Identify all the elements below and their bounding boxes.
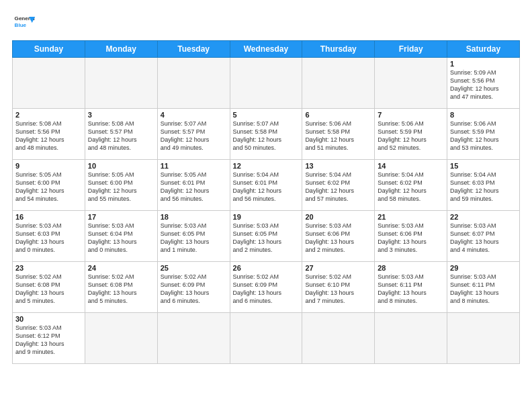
cell-info: Sunrise: 5:03 AMSunset: 6:12 PMDaylight:… (15, 324, 82, 357)
calendar-cell (230, 313, 302, 364)
cell-date: 29 (450, 264, 517, 272)
logo-icon: General Blue (12, 11, 36, 35)
calendar-cell: 9Sunrise: 5:05 AMSunset: 6:00 PMDaylight… (13, 160, 85, 211)
cell-date: 27 (305, 264, 371, 272)
cell-info: Sunrise: 5:03 AMSunset: 6:07 PMDaylight:… (450, 222, 517, 255)
cell-info: Sunrise: 5:04 AMSunset: 6:02 PMDaylight:… (378, 171, 444, 203)
cell-info: Sunrise: 5:03 AMSunset: 6:03 PMDaylight:… (15, 222, 82, 255)
cell-date: 1 (450, 60, 517, 68)
header: General Blue (12, 11, 520, 35)
cell-date: 24 (88, 264, 154, 272)
calendar-cell: 11Sunrise: 5:05 AMSunset: 6:01 PMDayligh… (157, 160, 230, 211)
calendar-week-row: 2Sunrise: 5:08 AMSunset: 5:56 PMDaylight… (13, 109, 520, 160)
calendar-cell: 18Sunrise: 5:03 AMSunset: 6:05 PMDayligh… (157, 211, 230, 262)
cell-date: 6 (305, 111, 371, 119)
calendar-cell: 13Sunrise: 5:04 AMSunset: 6:02 PMDayligh… (302, 160, 375, 211)
cell-info: Sunrise: 5:07 AMSunset: 5:58 PMDaylight:… (233, 120, 300, 152)
calendar-cell: 24Sunrise: 5:02 AMSunset: 6:08 PMDayligh… (85, 262, 157, 313)
calendar-body: 1Sunrise: 5:09 AMSunset: 5:56 PMDaylight… (13, 58, 520, 364)
cell-date: 18 (161, 213, 227, 221)
cell-info: Sunrise: 5:07 AMSunset: 5:57 PMDaylight:… (161, 120, 227, 152)
cell-date: 30 (15, 315, 82, 323)
calendar-cell (375, 58, 447, 109)
cell-date: 12 (233, 162, 300, 170)
weekday-header-tuesday: Tuesday (157, 41, 230, 58)
cell-info: Sunrise: 5:06 AMSunset: 5:59 PMDaylight:… (450, 120, 517, 152)
svg-text:Blue: Blue (15, 22, 27, 28)
cell-date: 14 (378, 162, 444, 170)
cell-date: 25 (161, 264, 227, 272)
cell-info: Sunrise: 5:02 AMSunset: 6:10 PMDaylight:… (305, 273, 371, 306)
calendar-cell: 20Sunrise: 5:03 AMSunset: 6:06 PMDayligh… (302, 211, 375, 262)
cell-info: Sunrise: 5:04 AMSunset: 6:03 PMDaylight:… (450, 171, 517, 203)
cell-date: 16 (15, 213, 82, 221)
cell-info: Sunrise: 5:03 AMSunset: 6:11 PMDaylight:… (378, 273, 444, 306)
calendar-cell (447, 313, 520, 364)
calendar-cell: 16Sunrise: 5:03 AMSunset: 6:03 PMDayligh… (13, 211, 85, 262)
cell-info: Sunrise: 5:03 AMSunset: 6:06 PMDaylight:… (305, 222, 371, 255)
calendar-cell: 29Sunrise: 5:03 AMSunset: 6:11 PMDayligh… (447, 262, 520, 313)
calendar: SundayMondayTuesdayWednesdayThursdayFrid… (12, 40, 520, 364)
cell-info: Sunrise: 5:03 AMSunset: 6:06 PMDaylight:… (378, 222, 444, 255)
page: General Blue SundayMondayTuesdayWednesda… (0, 0, 532, 411)
cell-info: Sunrise: 5:03 AMSunset: 6:04 PMDaylight:… (88, 222, 154, 255)
calendar-cell: 12Sunrise: 5:04 AMSunset: 6:01 PMDayligh… (230, 160, 302, 211)
cell-info: Sunrise: 5:03 AMSunset: 6:05 PMDaylight:… (233, 222, 300, 255)
weekday-header-monday: Monday (85, 41, 157, 58)
weekday-header-wednesday: Wednesday (230, 41, 302, 58)
calendar-cell: 30Sunrise: 5:03 AMSunset: 6:12 PMDayligh… (13, 313, 85, 364)
weekday-header-thursday: Thursday (302, 41, 375, 58)
weekday-header-saturday: Saturday (447, 41, 520, 58)
weekday-header-sunday: Sunday (13, 41, 85, 58)
cell-date: 26 (233, 264, 300, 272)
calendar-cell: 6Sunrise: 5:06 AMSunset: 5:58 PMDaylight… (302, 109, 375, 160)
calendar-cell: 19Sunrise: 5:03 AMSunset: 6:05 PMDayligh… (230, 211, 302, 262)
calendar-cell (85, 313, 157, 364)
cell-date: 10 (88, 162, 154, 170)
calendar-cell (302, 313, 375, 364)
cell-info: Sunrise: 5:08 AMSunset: 5:56 PMDaylight:… (15, 120, 82, 152)
cell-info: Sunrise: 5:04 AMSunset: 6:02 PMDaylight:… (305, 171, 371, 203)
cell-date: 17 (88, 213, 154, 221)
cell-date: 19 (233, 213, 300, 221)
calendar-cell: 15Sunrise: 5:04 AMSunset: 6:03 PMDayligh… (447, 160, 520, 211)
calendar-header: SundayMondayTuesdayWednesdayThursdayFrid… (13, 41, 520, 58)
cell-date: 20 (305, 213, 371, 221)
cell-info: Sunrise: 5:09 AMSunset: 5:56 PMDaylight:… (450, 68, 517, 101)
calendar-cell: 27Sunrise: 5:02 AMSunset: 6:10 PMDayligh… (302, 262, 375, 313)
cell-info: Sunrise: 5:02 AMSunset: 6:08 PMDaylight:… (88, 273, 154, 306)
cell-info: Sunrise: 5:02 AMSunset: 6:09 PMDaylight:… (161, 273, 227, 306)
calendar-cell: 28Sunrise: 5:03 AMSunset: 6:11 PMDayligh… (375, 262, 447, 313)
cell-info: Sunrise: 5:02 AMSunset: 6:09 PMDaylight:… (233, 273, 300, 306)
cell-date: 5 (233, 111, 300, 119)
cell-date: 28 (378, 264, 444, 272)
calendar-cell: 2Sunrise: 5:08 AMSunset: 5:56 PMDaylight… (13, 109, 85, 160)
calendar-cell: 17Sunrise: 5:03 AMSunset: 6:04 PMDayligh… (85, 211, 157, 262)
cell-info: Sunrise: 5:06 AMSunset: 5:59 PMDaylight:… (378, 120, 444, 152)
cell-date: 21 (378, 213, 444, 221)
cell-info: Sunrise: 5:05 AMSunset: 6:01 PMDaylight:… (161, 171, 227, 203)
calendar-cell: 3Sunrise: 5:08 AMSunset: 5:57 PMDaylight… (85, 109, 157, 160)
calendar-cell: 26Sunrise: 5:02 AMSunset: 6:09 PMDayligh… (230, 262, 302, 313)
cell-info: Sunrise: 5:06 AMSunset: 5:58 PMDaylight:… (305, 120, 371, 152)
calendar-cell (157, 313, 230, 364)
cell-info: Sunrise: 5:05 AMSunset: 6:00 PMDaylight:… (88, 171, 154, 203)
cell-date: 2 (15, 111, 82, 119)
calendar-cell: 8Sunrise: 5:06 AMSunset: 5:59 PMDaylight… (447, 109, 520, 160)
calendar-cell (157, 58, 230, 109)
calendar-week-row: 1Sunrise: 5:09 AMSunset: 5:56 PMDaylight… (13, 58, 520, 109)
calendar-cell (375, 313, 447, 364)
cell-date: 3 (88, 111, 154, 119)
calendar-cell (13, 58, 85, 109)
calendar-cell: 5Sunrise: 5:07 AMSunset: 5:58 PMDaylight… (230, 109, 302, 160)
cell-info: Sunrise: 5:02 AMSunset: 6:08 PMDaylight:… (15, 273, 82, 306)
calendar-cell (302, 58, 375, 109)
calendar-week-row: 16Sunrise: 5:03 AMSunset: 6:03 PMDayligh… (13, 211, 520, 262)
calendar-cell (230, 58, 302, 109)
cell-info: Sunrise: 5:04 AMSunset: 6:01 PMDaylight:… (233, 171, 300, 203)
calendar-cell: 25Sunrise: 5:02 AMSunset: 6:09 PMDayligh… (157, 262, 230, 313)
cell-info: Sunrise: 5:08 AMSunset: 5:57 PMDaylight:… (88, 120, 154, 152)
cell-date: 4 (161, 111, 227, 119)
cell-date: 11 (161, 162, 227, 170)
weekday-row: SundayMondayTuesdayWednesdayThursdayFrid… (13, 41, 520, 58)
